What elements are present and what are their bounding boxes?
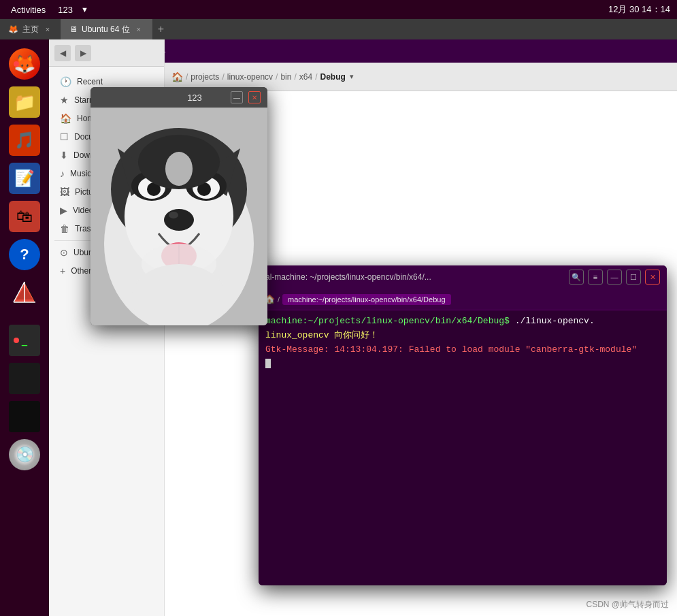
tab-home-icon: 🦊 [8,25,18,34]
addressbar-linux-opencv[interactable]: linux-opencv [227,72,273,82]
dock-item-help[interactable]: ? [7,237,42,272]
writer-icon: 📝 [9,163,40,194]
terminal-close-button[interactable]: ✕ [645,270,660,285]
addressbar-sep1: / [186,72,188,82]
tab-ubuntu[interactable]: 🖥 Ubuntu 64 位 × [61,19,152,39]
term-sep1: / [278,295,280,304]
image-close-button[interactable]: ✕ [248,91,261,103]
dock-item-firefox[interactable]: 🦊 [7,46,42,82]
terminal-title: al-machine: ~/projects/linux-opencv/bin/… [265,272,565,282]
dock-item-appstore[interactable]: 🛍 [7,199,42,234]
starred-icon: ★ [60,95,69,106]
terminal-menu-button[interactable]: ≡ [588,270,603,285]
addressbar-more[interactable]: ▾ [350,72,354,81]
image-body [90,108,267,325]
dock-item-terminal[interactable]: _ [7,323,42,358]
dock-item-black2[interactable] [7,399,42,434]
term-cursor [265,359,271,368]
dock-item-black1[interactable] [7,361,42,396]
home-icon: 🏠 [60,113,71,124]
dock: 🦊 📁 🎵 📝 🛍 ? _ [0,39,49,616]
pictures-icon: 🖼 [60,187,69,197]
image-window: 123 — ✕ [90,87,267,325]
nav-forward-button[interactable]: ▶ [75,45,91,61]
term-prompt-1: machine:~/projects/linux-opencv/bin/x64/… [265,316,510,326]
dock-item-dvd[interactable]: 💿 [7,437,42,472]
dvd-icon: 💿 [9,439,40,470]
top-bar: Activities 123 ▼ 12月 30 14：14 [0,0,677,19]
nautilus-toolbar: ◀ ▶ [49,39,164,67]
terminal-titlebar: al-machine: ~/projects/linux-opencv/bin/… [259,265,667,289]
term-line-4 [265,357,660,371]
term-gtkmsg-1: Gtk-Message: 14:13:04.197: Failed to loa… [265,344,637,355]
taskbar: 🦊 主页 × 🖥 Ubuntu 64 位 × + [0,19,677,39]
files-icon: 📁 [9,86,40,118]
dock-item-music[interactable]: 🎵 [7,123,42,158]
tab-ubuntu-icon: 🖥 [69,25,78,34]
ubuntu-disk-icon: ⊙ [60,247,68,258]
sidebar-recent-label: Recent [77,77,103,86]
addressbar-projects[interactable]: projects [191,72,219,82]
recent-icon: 🕐 [60,76,71,87]
activities-button[interactable]: Activities [7,3,50,16]
app-menu-arrow[interactable]: ▼ [81,5,88,14]
black1-icon [9,363,40,394]
top-bar-left: Activities 123 ▼ [7,3,88,16]
sidebar-music-label: Music [70,169,91,178]
dock-item-files[interactable]: 📁 [7,84,42,120]
addressbar-sep4: / [294,72,296,82]
dock-item-cmake[interactable] [7,275,42,310]
term-info-1: linux_opencv 向你问好！ [265,330,378,340]
appstore-icon: 🛍 [9,201,40,232]
terminal-maximize-button[interactable]: ☐ [626,270,641,285]
other-locations-icon: + [60,265,65,276]
term-cmd-1: ./linux-opencv. [515,316,595,326]
documents-icon: ☐ [60,131,69,142]
image-titlebar: 123 — ✕ [90,87,267,108]
terminal-body: machine:~/projects/linux-opencv/bin/x64/… [259,310,667,585]
addressbar-sep3: / [276,72,278,82]
addressbar-x64[interactable]: x64 [299,72,312,82]
black2-icon [9,401,40,432]
terminal-search-button[interactable]: 🔍 [569,270,584,285]
new-tab-button[interactable]: + [152,23,169,35]
term-line-2: linux_opencv 向你问好！ [265,329,660,343]
app-name-label[interactable]: 123 [58,5,73,15]
term-line-1: machine:~/projects/linux-opencv/bin/x64/… [265,314,660,329]
tab-home-close[interactable]: × [43,25,52,34]
terminal-active-dot [14,338,19,343]
addressbar-sep2: / [222,72,224,82]
firefox-active-dot [14,61,19,67]
term-addr-machine[interactable]: machine:~/projects/linux-opencv/bin/x64/… [282,294,450,305]
addressbar-home-icon[interactable]: 🏠 [171,71,183,82]
tab-home-label: 主页 [22,24,39,35]
cmake-icon [9,277,40,308]
videos-icon: ▶ [60,205,67,216]
downloads-icon: ⬇ [60,150,68,161]
svg-point-18 [169,212,178,218]
tab-ubuntu-label: Ubuntu 64 位 [82,24,130,35]
dog-image [90,108,267,325]
terminal-address-bar: 🏠 / machine:~/projects/linux-opencv/bin/… [264,294,661,305]
trash-icon: 🗑 [60,223,69,234]
addressbar-debug[interactable]: Debug [320,72,346,82]
terminal-minimize-button[interactable]: — [607,270,622,285]
addressbar-bin[interactable]: bin [280,72,291,82]
tab-home[interactable]: 🦊 主页 × [0,19,61,39]
svg-point-17 [164,209,194,231]
watermark: CSDN @帅气转身而过 [586,599,669,611]
image-minimize-button[interactable]: — [231,91,243,103]
addressbar-sep5: / [315,72,317,82]
help-icon: ? [9,239,40,270]
tab-ubuntu-close[interactable]: × [134,25,144,34]
music-icon: 🎵 [9,125,40,156]
terminal-window: al-machine: ~/projects/linux-opencv/bin/… [259,265,667,585]
terminal-toolbar: 🏠 / machine:~/projects/linux-opencv/bin/… [259,289,667,310]
term-line-3: Gtk-Message: 14:13:04.197: Failed to loa… [265,343,660,357]
music-sidebar-icon: ♪ [60,168,65,179]
svg-point-24 [165,152,193,186]
dock-item-writer[interactable]: 📝 [7,161,42,196]
clock: 12月 30 14：14 [608,3,670,16]
nav-back-button[interactable]: ◀ [54,45,71,61]
image-title: 123 [164,93,225,103]
